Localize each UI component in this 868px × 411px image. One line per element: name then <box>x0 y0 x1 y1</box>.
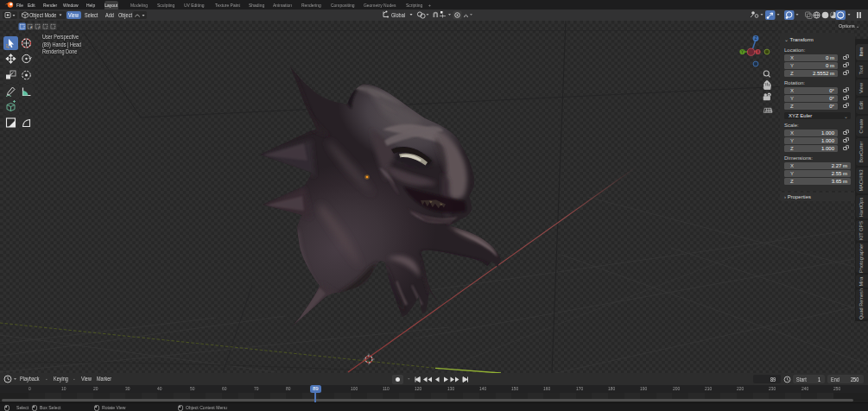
svg-text:Y: Y <box>741 50 744 54</box>
svg-text:Z: Z <box>755 36 757 41</box>
svg-text:+: + <box>30 24 33 28</box>
svg-text:X: X <box>757 50 759 54</box>
svg-text:−: − <box>38 24 41 28</box>
